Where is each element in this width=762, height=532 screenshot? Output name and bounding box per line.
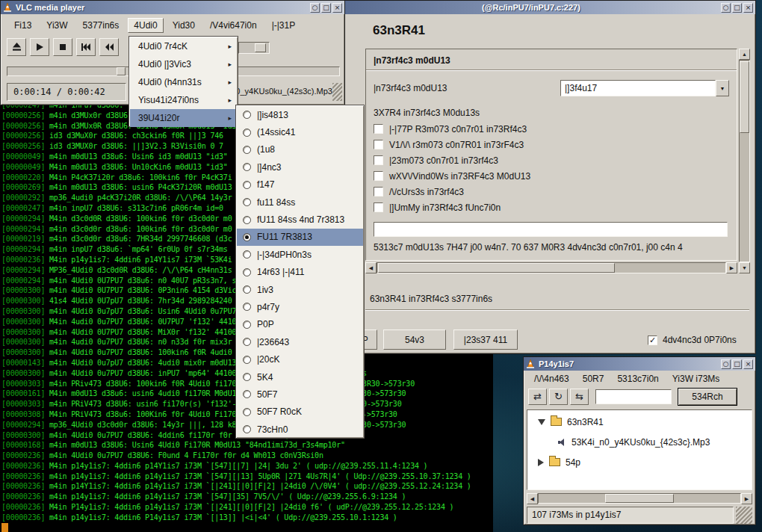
stop-button[interactable] xyxy=(53,38,72,56)
checkbox[interactable] xyxy=(374,202,383,212)
scrollbar-thumb[interactable] xyxy=(605,494,674,503)
audio-menu-item[interactable]: 4Udi0 |]3Vic3▸ xyxy=(130,55,237,73)
close-button[interactable]: × xyxy=(743,359,753,369)
advanced-options-checkbox[interactable]: ✓ 4dv4nc3d 0P7i0ns xyxy=(648,335,737,345)
repeat-icon[interactable]: ⇆ xyxy=(570,389,589,405)
loop-icon[interactable]: ↻ xyxy=(549,389,568,405)
extra-modules-input[interactable] xyxy=(374,222,728,237)
equalizer-item[interactable]: |]is4813 xyxy=(237,106,363,123)
volume-thumb[interactable] xyxy=(255,43,266,52)
equalizer-item[interactable]: 73cHn0 xyxy=(237,421,363,438)
scrollbar-track[interactable] xyxy=(538,493,741,504)
checkbox[interactable] xyxy=(374,124,383,134)
checkbox[interactable] xyxy=(374,140,383,149)
close-button[interactable]: × xyxy=(332,3,342,13)
play-button[interactable] xyxy=(30,38,49,56)
shade-button[interactable]: ○ xyxy=(721,3,731,13)
equalizer-item[interactable]: |236643 xyxy=(237,333,363,350)
equalizer-item[interactable]: 1iv3 xyxy=(237,281,363,298)
search-button[interactable]: 534Rch xyxy=(678,388,737,406)
audio-menu-item[interactable]: Yisu41i247i0ns▸ xyxy=(130,91,237,109)
shuffle-icon[interactable]: ⇄ xyxy=(528,389,547,405)
checkbox-row[interactable]: |]UmMy in73Rf4c3 fUnc7i0n xyxy=(374,200,737,215)
scroll-up-button[interactable]: ▲ xyxy=(739,49,750,60)
interface-module-select[interactable]: |]3f4u17 ▼ xyxy=(560,80,729,96)
playlist-horizontal-scrollbar[interactable]: ◀ ▶ xyxy=(527,493,752,504)
menubar-item[interactable]: Fi13 xyxy=(8,18,37,33)
scroll-down-button[interactable]: ▼ xyxy=(739,262,750,273)
playlist-titlebar[interactable]: P14y1is7 ○ □ × xyxy=(524,357,755,371)
checkbox-row[interactable]: |-|77P R3m073 c0n7r01 in73Rf4c3 xyxy=(374,121,737,137)
checkbox-row[interactable]: V1/\/\ r3m073 c0n7R01 in73rF4c3 xyxy=(374,137,737,152)
eject-button[interactable] xyxy=(7,38,26,56)
scroll-left-button[interactable]: ◀ xyxy=(527,493,538,504)
menubar-item[interactable]: 4Udi0 xyxy=(128,18,163,33)
scrollbar-track[interactable] xyxy=(377,262,726,273)
equalizer-item[interactable]: f147 xyxy=(237,176,363,194)
menubar-item[interactable]: |-|31P xyxy=(266,18,302,33)
equalizer-item[interactable]: p4r7y xyxy=(237,298,363,315)
shade-button[interactable]: ○ xyxy=(721,359,731,369)
expand-icon[interactable] xyxy=(538,459,544,466)
previous-button[interactable] xyxy=(76,38,96,56)
vlc-titlebar[interactable]: VLC media player ○ □ × xyxy=(1,1,344,14)
checkbox[interactable] xyxy=(374,171,383,181)
menubar-item[interactable]: Yi3W xyxy=(40,18,73,33)
equalizer-item[interactable]: 14r63 |-|411 xyxy=(237,264,363,281)
audio-menu-item[interactable]: 4Udi0 (h4nn31s▸ xyxy=(130,73,237,91)
checkbox-row[interactable]: /\/cUrs3s in73rf4c3 xyxy=(374,184,737,200)
equalizer-item[interactable]: P0P xyxy=(237,316,363,333)
equalizer-item[interactable]: |20cK xyxy=(237,350,363,368)
volume-slider[interactable] xyxy=(238,42,270,54)
playlist-menubar-item[interactable]: 50R7 xyxy=(577,371,610,386)
equalizer-item[interactable]: (14ssic41 xyxy=(237,123,363,140)
equalizer-item[interactable]: FU11 7R3813 xyxy=(237,229,363,246)
equalizer-item[interactable]: 50F7 xyxy=(237,386,363,403)
equalizer-item[interactable]: fU11 84ss 4nd 7r3813 xyxy=(237,211,363,228)
combo-dropdown-button[interactable]: ▼ xyxy=(716,80,729,96)
close-button[interactable]: × xyxy=(743,3,753,13)
playlist-menubar-item[interactable]: /\/\4n463 xyxy=(528,371,575,386)
audio-menu-item[interactable]: 39U41i20r▸ xyxy=(130,109,237,127)
menubar-item[interactable]: /V4vi647i0n xyxy=(204,18,263,33)
checkbox-row[interactable]: wXV\/Vind0Ws in73RF4c3 M0dU13 xyxy=(374,168,737,184)
scrollbar-thumb[interactable] xyxy=(378,263,615,273)
resize-grip[interactable] xyxy=(332,83,342,101)
rewind-button[interactable] xyxy=(99,38,119,56)
resize-grip[interactable] xyxy=(736,507,752,524)
reset-all-button[interactable]: |23s37 411 xyxy=(453,330,518,350)
scroll-right-button[interactable]: ▶ xyxy=(741,493,752,504)
scroll-right-button[interactable]: ▶ xyxy=(726,262,737,273)
equalizer-item[interactable]: |-|34dPH0n3s xyxy=(237,246,363,263)
checkbox[interactable] xyxy=(374,187,383,197)
vertical-scrollbar[interactable]: ▲ ▼ xyxy=(739,49,750,273)
equalizer-item[interactable]: fu11 84ss xyxy=(237,194,363,211)
playlist-menubar-item[interactable]: 5313c7i0n xyxy=(611,371,664,386)
seek-thumb[interactable] xyxy=(117,67,126,75)
scrollbar-thumb[interactable] xyxy=(740,61,749,133)
maximize-button[interactable]: □ xyxy=(732,359,742,369)
maximize-button[interactable]: □ xyxy=(732,3,742,13)
equalizer-item[interactable]: (1u8 xyxy=(237,141,363,158)
tree-row[interactable]: 63n3R41 xyxy=(527,412,752,432)
save-button[interactable]: 54v3 xyxy=(383,330,446,350)
menubar-item[interactable]: Yid30 xyxy=(167,18,201,33)
equalizer-item[interactable]: 50F7 R0cK xyxy=(237,403,363,421)
scroll-left-button[interactable]: ◀ xyxy=(365,262,377,273)
maximize-button[interactable]: □ xyxy=(321,3,331,13)
preferences-titlebar[interactable]: (@Rc/inPU7/inPU7.c:227) ○ □ × xyxy=(329,1,755,14)
tree-row[interactable]: 53K4i_n0_y4KUs0ku_{42s3c}.Mp3 xyxy=(527,432,752,452)
shade-button[interactable]: ○ xyxy=(310,3,320,13)
checkbox[interactable]: ✓ xyxy=(648,335,657,345)
search-input[interactable] xyxy=(595,389,672,404)
combo-value[interactable]: |]3f4u17 xyxy=(560,80,716,96)
horizontal-scrollbar[interactable]: ◀ ▶ xyxy=(365,262,737,273)
checkbox[interactable] xyxy=(374,155,383,165)
equalizer-item[interactable]: |]4nc3 xyxy=(237,158,363,176)
checkbox-row[interactable]: |23m073 c0n7r01 in73rf4c3 xyxy=(374,152,737,168)
menubar-item[interactable]: 5377in6s xyxy=(77,18,126,33)
equalizer-item[interactable]: 5K4 xyxy=(237,368,363,386)
scrollbar-track[interactable] xyxy=(739,60,750,262)
audio-menu-item[interactable]: 4Udi0 7r4cK▸ xyxy=(130,37,237,55)
collapse-icon[interactable] xyxy=(538,419,545,425)
